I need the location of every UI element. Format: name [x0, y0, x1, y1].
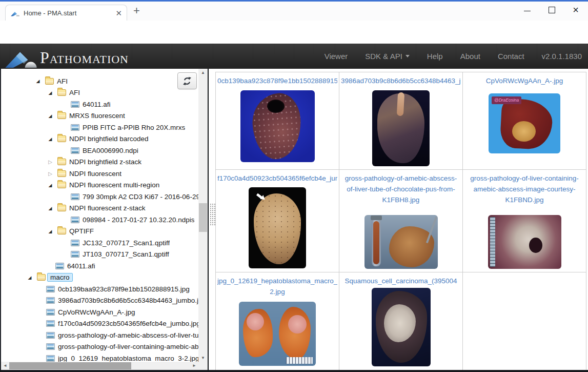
version-label: v2.0.1.1830	[542, 52, 582, 61]
image-file-icon	[46, 297, 55, 304]
thumbnail-image[interactable]: @DraEosina	[489, 93, 560, 153]
thumbnail-caption[interactable]: gross-pathology-of-liver-containing-ameb…	[464, 173, 584, 205]
nav-link-sdk-api[interactable]: SDK & API	[365, 52, 410, 61]
tree-item-ndpi-brightfield-barcoded[interactable]: ◢NDPI brightfield barcoded	[1, 133, 198, 145]
thumbnail-caption[interactable]: 0cb139baa923c878f9e1bb1502888915.jpg	[217, 75, 337, 86]
tree-item-label: NDPI brightfield z-stack	[69, 158, 141, 166]
nav-link-contact[interactable]: Contact	[498, 52, 524, 61]
image-file-icon	[71, 147, 79, 154]
tree-item-ndpi-brightfield-z-stack[interactable]: ▷NDPI brightfield z-stack	[1, 156, 198, 168]
browser-tab[interactable]: Home - PMA.start ✕	[5, 5, 127, 21]
refresh-tree-button[interactable]	[177, 72, 197, 89]
expand-arrow-icon[interactable]: ◢	[47, 183, 53, 188]
pathomation-logo[interactable]: Pathomation	[5, 45, 129, 68]
tree-item-ndpi-fluorescent[interactable]: ▷NDPI fluorescent	[1, 168, 198, 180]
thumbnail-image[interactable]	[372, 90, 430, 166]
collapse-arrow-icon[interactable]: ▷	[47, 171, 53, 177]
scrollbar-corner	[198, 362, 208, 370]
tree-item-file[interactable]: f170c0a4d50923cb504365f6efcb4e_jumbo.jpg	[1, 318, 198, 330]
expand-arrow-icon[interactable]: ◢	[47, 136, 53, 142]
gallery-cell: Squamous_cell_carcinoma_(395004	[339, 272, 463, 372]
expand-arrow-icon[interactable]: ◢	[27, 275, 33, 280]
thumbnail-caption[interactable]: jpg_0_12619_hepatoblastoma_macro_3-2.jpg	[217, 276, 337, 297]
thumbnail-image[interactable]	[488, 215, 561, 269]
tree-item-label: NDPI brightfield barcoded	[69, 135, 149, 143]
gallery-cell: CpVoRWcWgAAn_A-.jpg @DraEosina	[463, 72, 586, 170]
thumbnail-image[interactable]	[364, 215, 438, 269]
tree-item-macro[interactable]: ◢macro	[1, 272, 198, 284]
scroll-right-icon[interactable]: ►	[192, 363, 196, 368]
image-file-icon	[71, 193, 79, 200]
thumbnail-caption[interactable]: f170c0a4d50923cb504365f6efcb4e_jumbo.jpg	[217, 173, 337, 184]
horizontal-scroll-thumb[interactable]	[9, 362, 131, 369]
tree-item-file[interactable]: gross-pathology-of-liver-containing-ameb…	[1, 341, 198, 353]
tab-close-icon[interactable]: ✕	[115, 9, 122, 17]
thumbnail-image[interactable]	[240, 90, 315, 162]
folder-icon	[57, 228, 66, 234]
thumbnail-caption[interactable]: 3986ad703b9c8b6d6b5cc6348b4463_jumbo.jpg	[341, 75, 461, 86]
scroll-down-icon[interactable]: ▼	[198, 356, 208, 360]
watermark-badge: @DraEosina	[492, 96, 521, 104]
scroll-up-icon[interactable]: ▲	[198, 70, 208, 75]
tree-item-label: 3986ad703b9c8b6d6b5cc6348b4463_jumbo.jpg	[58, 297, 198, 304]
window-minimize-button[interactable]	[517, 0, 537, 17]
chevron-down-icon	[405, 55, 410, 60]
tree-item-label: QPTIFF	[69, 227, 94, 235]
expand-arrow-icon[interactable]: ◢	[47, 113, 53, 119]
tree-item-file[interactable]: 64011.afi	[1, 260, 198, 272]
gallery-cell: 3986ad703b9c8b6d6b5cc6348b4463_jumbo.jpg	[339, 72, 463, 170]
thumbnail-image[interactable]	[249, 187, 306, 268]
scroll-left-icon[interactable]: ◄	[3, 363, 7, 368]
tree-item-file[interactable]: 64011.afi	[1, 99, 198, 110]
expand-arrow-icon[interactable]: ◢	[47, 229, 53, 234]
tree-item-label: CpVoRWcWgAAn_A-.jpg	[58, 308, 135, 316]
tree-item-ndpi-fluorescent-z-stack[interactable]: ◢NDPI fluorescent z-stack	[1, 203, 198, 214]
tab-title: Home - PMA.start	[24, 9, 115, 17]
thumbnail-caption[interactable]: CpVoRWcWgAAn_A-.jpg	[464, 75, 584, 86]
tree-item-file[interactable]: CpVoRWcWgAAn_A-.jpg	[1, 306, 198, 318]
thumbnail-image[interactable]	[239, 302, 316, 366]
tree-item-label: JC132_070717_Scan1.qptiff	[83, 239, 170, 247]
tree-item-file[interactable]: PPIB FITC a-PPIB Rho 20X.mrxs	[1, 122, 198, 133]
tree-item-file[interactable]: JC132_070717_Scan1.qptiff	[1, 237, 198, 249]
expand-arrow-icon[interactable]: ◢	[35, 79, 41, 84]
tree-horizontal-scrollbar[interactable]: ◄ ►	[1, 362, 198, 370]
tree-vertical-scrollbar[interactable]: ▲ ▼	[198, 69, 208, 362]
tree-item-label: f170c0a4d50923cb504365f6efcb4e_jumbo.jpg	[58, 320, 198, 327]
tree-item-mrxs-fluorescent[interactable]: ◢MRXS fluorescent	[1, 110, 198, 122]
expand-arrow-icon[interactable]: ◢	[47, 206, 53, 211]
tree-item-file[interactable]: jpg_0_12619_hepatoblastoma_macro_3-2.jpg	[1, 353, 198, 362]
tree-item-file[interactable]: 098984 - 2017-01-27 10.32.20.ndpis	[1, 214, 198, 226]
tree-item-file[interactable]: 799 30mpk A2 CD3 Ki67 - 2016-06-29 10	[1, 191, 198, 203]
tree-item-file[interactable]: 0cb139baa923c878f9e1bb1502888915.jpg	[1, 283, 198, 295]
tree-item-file[interactable]: BEA0006990.ndpi	[1, 145, 198, 156]
window-maximize-button[interactable]	[541, 0, 562, 17]
nav-link-viewer[interactable]: Viewer	[325, 52, 348, 61]
thumbnail-image[interactable]	[372, 288, 431, 366]
tree-item-afi-root[interactable]: ◢AFI	[1, 75, 198, 87]
tree-item-label: 799 30mpk A2 CD3 Ki67 - 2016-06-29 10	[83, 193, 198, 201]
collapse-arrow-icon[interactable]: ▷	[47, 159, 53, 165]
image-file-icon	[46, 309, 55, 316]
tree-item-file[interactable]: 3986ad703b9c8b6d6b5cc6348b4463_jumbo.jpg	[1, 295, 198, 307]
ruler-graphic	[286, 357, 313, 364]
tree-item-ndpi-fluorescent-multi-region[interactable]: ◢NDPI fluorescent multi-region	[1, 180, 198, 191]
tree-item-file[interactable]: gross-pathology-of-amebic-abscess-of-liv…	[1, 329, 198, 341]
tree-item-label: AFI	[69, 89, 80, 96]
pathomation-favicon-icon	[11, 10, 19, 16]
expand-arrow-icon[interactable]: ◢	[47, 90, 53, 95]
new-tab-button[interactable]: +	[133, 4, 140, 17]
tree-item-label: NDPI fluorescent multi-region	[69, 181, 159, 189]
vertical-scroll-thumb[interactable]	[199, 203, 207, 232]
tree-item-qptiff[interactable]: ◢QPTIFF	[1, 226, 198, 238]
thumbnail-caption[interactable]: Squamous_cell_carcinoma_(395004	[341, 276, 461, 286]
nav-link-about[interactable]: About	[460, 52, 480, 61]
nav-link-help[interactable]: Help	[427, 52, 443, 61]
tree-item-afi[interactable]: ◢AFI	[1, 87, 198, 99]
tree-item-file[interactable]: JT103_070717_Scan1.qptiff	[1, 249, 198, 261]
thumbnail-caption[interactable]: gross-pathology-of-amebic-abscess-of-liv…	[341, 173, 461, 205]
tree-item-label: JT103_070717_Scan1.qptiff	[83, 250, 169, 258]
minimize-icon	[524, 10, 531, 11]
window-close-button[interactable]: ×	[565, 0, 586, 17]
folder-icon	[57, 112, 66, 119]
